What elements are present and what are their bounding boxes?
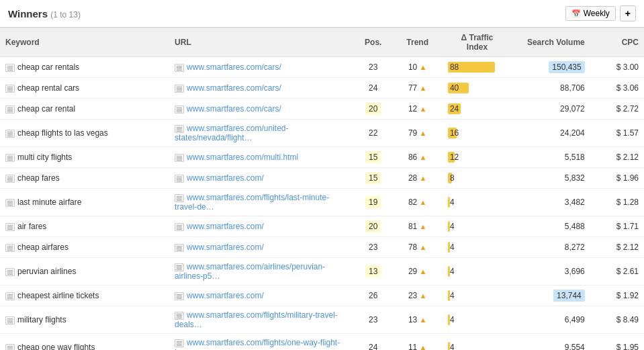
delta-bar-container: 4 (448, 220, 495, 232)
weekly-label: Weekly (584, 9, 610, 18)
trend-cell: 11 ▲ (392, 334, 442, 351)
url-text[interactable]: www.smartfares.com/united-states/nevada/… (175, 124, 288, 142)
cpc-value: $ 1.92 (616, 291, 639, 300)
pos-value: 23 (369, 243, 377, 252)
url-text[interactable]: www.smartfares.com/cars/ (187, 83, 281, 93)
keyword-icon (5, 316, 15, 324)
trend-value: 12 (408, 104, 417, 114)
pos-value: 24 (369, 343, 377, 350)
trend-cell: 23 ▲ (392, 286, 442, 306)
cpc-value: $ 8.49 (616, 315, 639, 324)
trend-arrow-icon: ▲ (420, 292, 427, 300)
cpc-cell: $ 8.49 (590, 306, 644, 334)
delta-value: 4 (450, 197, 455, 208)
url-icon (175, 105, 184, 114)
trend-cell: 10 ▲ (392, 57, 442, 78)
delta-traffic-cell: 4 (443, 334, 512, 351)
keyword-icon (5, 85, 15, 93)
keyword-icon (5, 64, 15, 72)
add-button[interactable]: + (620, 5, 636, 21)
delta-traffic-cell: 4 (443, 237, 512, 258)
url-text[interactable]: www.smartfares.com/flights/one-way-fligh… (175, 338, 340, 350)
url-text[interactable]: www.smartfares.com/multi.html (187, 152, 298, 162)
pos-value: 22 (369, 128, 377, 138)
url-cell: www.smartfares.com/cars/ (169, 57, 354, 78)
col-trend: Trend (392, 28, 442, 57)
keyword-text: cheap car rental (17, 104, 75, 114)
page-header: Winners (1 to 13) 📅 Weekly + (0, 0, 644, 28)
cpc-cell: $ 1.95 (590, 334, 644, 351)
url-text[interactable]: www.smartfares.com/flights/military-trav… (175, 310, 338, 329)
search-volume-cell: 150,435 (512, 57, 590, 78)
keyword-cell: cheap car rentals (0, 57, 169, 78)
url-icon (175, 64, 184, 72)
keyword-cell: multi city flights (0, 147, 169, 168)
keyword-text: air fares (17, 222, 46, 231)
keyword-cell: cheap one way flights (0, 334, 169, 351)
trend-arrow-icon: ▲ (420, 267, 427, 275)
trend-value: 79 (408, 128, 417, 138)
url-text[interactable]: www.smartfares.com/airlines/peruvian-air… (175, 262, 325, 281)
keyword-icon (5, 199, 15, 207)
url-text[interactable]: www.smartfares.com/ (187, 291, 264, 300)
pos-cell: 22 (354, 120, 392, 147)
url-text[interactable]: www.smartfares.com/ (187, 173, 264, 183)
trend-value: 23 (408, 291, 417, 300)
keyword-text: cheap flights to las vegas (17, 128, 108, 138)
keyword-icon (5, 130, 15, 138)
trend-cell: 13 ▲ (392, 306, 442, 334)
cpc-cell: $ 2.61 (590, 258, 644, 286)
keyword-cell: cheap airfares (0, 237, 169, 258)
cpc-value: $ 3.00 (616, 62, 639, 72)
url-text[interactable]: www.smartfares.com/cars/ (187, 104, 281, 114)
delta-bar-container: 4 (448, 314, 495, 326)
trend-value: 10 (408, 62, 417, 72)
table-row: military flightswww.smartfares.com/fligh… (0, 306, 644, 334)
keyword-cell: cheap fares (0, 168, 169, 189)
trend-cell: 29 ▲ (392, 258, 442, 286)
header-controls: 📅 Weekly + (565, 5, 636, 21)
col-search-volume: Search Volume (512, 28, 590, 57)
sv-value: 5,518 (565, 152, 585, 162)
sv-value: 88,706 (560, 83, 585, 93)
url-text[interactable]: www.smartfares.com/ (187, 222, 264, 231)
trend-cell: 12 ▲ (392, 99, 442, 120)
pos-value: 24 (369, 83, 377, 93)
calendar-icon: 📅 (571, 9, 581, 18)
url-icon (175, 312, 184, 320)
trend-cell: 28 ▲ (392, 168, 442, 189)
delta-value: 8 (450, 173, 455, 183)
delta-bar-container: 4 (448, 341, 495, 350)
pos-cell: 24 (354, 78, 392, 99)
url-text[interactable]: www.smartfares.com/ (187, 243, 264, 252)
sv-value: 3,696 (565, 267, 585, 276)
url-icon (175, 223, 184, 231)
trend-cell: 86 ▲ (392, 147, 442, 168)
keyword-cell: air fares (0, 216, 169, 237)
search-volume-cell: 3,696 (512, 258, 590, 286)
table-row: peruvian airlineswww.smartfares.com/airl… (0, 258, 644, 286)
delta-bar-container: 16 (448, 127, 495, 139)
url-icon (175, 292, 184, 300)
winners-title: Winners (8, 8, 48, 19)
delta-bar-container: 4 (448, 196, 495, 208)
table-row: cheap rental carswww.smartfares.com/cars… (0, 78, 644, 99)
weekly-button[interactable]: 📅 Weekly (565, 6, 616, 21)
url-text[interactable]: www.smartfares.com/cars/ (187, 62, 281, 72)
url-icon (175, 194, 184, 202)
trend-cell: 78 ▲ (392, 237, 442, 258)
trend-arrow-icon: ▲ (420, 343, 427, 350)
cpc-value: $ 1.96 (616, 173, 639, 183)
delta-traffic-cell: 4 (443, 286, 512, 306)
search-volume-cell: 88,706 (512, 78, 590, 99)
cpc-cell: $ 2.72 (590, 99, 644, 120)
delta-value: 4 (450, 221, 455, 232)
url-text[interactable]: www.smartfares.com/flights/last-minute-t… (175, 193, 329, 212)
trend-value: 11 (408, 343, 417, 350)
pos-cell: 20 (354, 216, 392, 237)
cpc-value: $ 1.95 (616, 343, 639, 350)
delta-traffic-cell: 24 (443, 99, 512, 120)
delta-traffic-cell: 4 (443, 258, 512, 286)
trend-arrow-icon: ▲ (420, 105, 427, 113)
search-volume-cell: 9,554 (512, 334, 590, 351)
